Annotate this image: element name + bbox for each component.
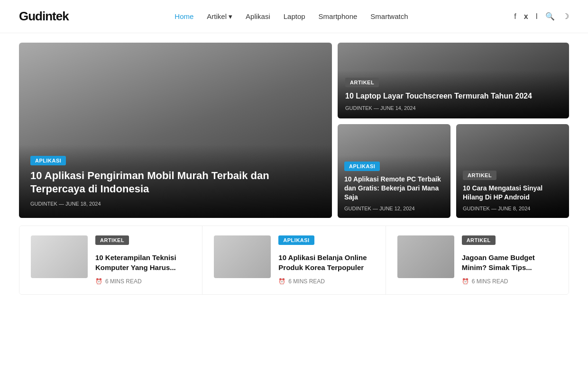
bottom-card-2-meta: ⏰ 6 MINS READ [462, 278, 557, 285]
site-logo[interactable]: Gudintek [19, 9, 69, 24]
bottom-row: ARTIKEL 10 Keterampilan Teknisi Komputer… [19, 226, 569, 295]
main-nav: Home Artikel ▾ Aplikasi Laptop Smartphon… [175, 12, 408, 21]
bottom-card-2-image [397, 235, 454, 278]
clock-icon-2: ⏰ [462, 278, 469, 285]
bottom-card-1-meta: ⏰ 6 MINS READ [278, 278, 374, 285]
bottom-left-title: 10 Aplikasi Remote PC Terbaik dan Gratis… [344, 175, 444, 202]
bottom-card-1-title: 10 Aplikasi Belanja Online Produk Korea … [278, 253, 374, 272]
top-right-badge: ARTIKEL [345, 78, 379, 87]
bottom-card-0-title: 10 Keterampilan Teknisi Komputer Yang Ha… [95, 253, 191, 272]
bottom-card-1-readtime: 6 MINS READ [288, 278, 325, 285]
bottom-left-badge: APLIKASI [344, 162, 380, 171]
top-right-meta: GUDINTEK — JUNE 14, 2024 [345, 105, 561, 111]
clock-icon-0: ⏰ [95, 278, 102, 285]
nav-artikel[interactable]: Artikel ▾ [207, 12, 232, 21]
header-icons: f x I 🔍 ☽ [514, 12, 569, 21]
bottom-card-0-badge: ARTIKEL [95, 235, 129, 245]
bottom-card-1-badge: APLIKASI [278, 235, 314, 245]
bottom-card-2-badge: ARTIKEL [462, 235, 496, 245]
bottom-card-2-title: Jagoan Game Budget Minim? Simak Tips... [462, 253, 557, 272]
bottom-card-0[interactable]: ARTIKEL 10 Keterampilan Teknisi Komputer… [19, 226, 202, 294]
dark-mode-icon[interactable]: ☽ [562, 12, 569, 21]
featured-section: APLIKASI 10 Aplikasi Pengiriman Mobil Mu… [19, 43, 569, 218]
bottom-right-meta: GUDINTEK — JUNE 8, 2024 [463, 206, 562, 211]
bottom-left-meta: GUDINTEK — JUNE 12, 2024 [344, 206, 444, 211]
featured-large-card[interactable]: APLIKASI 10 Aplikasi Pengiriman Mobil Mu… [19, 43, 332, 218]
featured-bottom-right-card[interactable]: ARTIKEL 10 Cara Mengatasi Sinyal Hilang … [456, 124, 569, 218]
nav-smartwatch[interactable]: Smartwatch [370, 12, 408, 20]
bottom-card-2-readtime: 6 MINS READ [472, 278, 508, 285]
featured-large-badge: APLIKASI [30, 156, 66, 165]
nav-aplikasi[interactable]: Aplikasi [246, 12, 270, 20]
featured-large-meta: GUDINTEK — JUNE 18, 2024 [30, 201, 321, 207]
bottom-right-title: 10 Cara Mengatasi Sinyal Hilang Di HP An… [463, 184, 562, 202]
bottom-card-0-readtime: 6 MINS READ [105, 278, 142, 285]
bottom-card-1-image [214, 235, 271, 278]
right-column: ARTIKEL 10 Laptop Layar Touchscreen Term… [338, 43, 569, 218]
bottom-two-cards: APLIKASI 10 Aplikasi Remote PC Terbaik d… [338, 124, 569, 218]
nav-laptop[interactable]: Laptop [284, 12, 305, 20]
bottom-card-1-content: APLIKASI 10 Aplikasi Belanja Online Prod… [278, 235, 374, 285]
twitter-x-icon[interactable]: x [524, 12, 528, 21]
nav-home[interactable]: Home [175, 12, 193, 20]
bottom-right-badge: ARTIKEL [463, 171, 496, 180]
facebook-icon[interactable]: f [514, 12, 516, 21]
nav-smartphone[interactable]: Smartphone [319, 12, 358, 20]
search-icon[interactable]: 🔍 [545, 12, 555, 21]
bottom-card-2-content: ARTIKEL Jagoan Game Budget Minim? Simak … [462, 235, 557, 285]
bottom-card-1[interactable]: APLIKASI 10 Aplikasi Belanja Online Prod… [202, 226, 386, 294]
instagram-icon[interactable]: I [536, 12, 538, 21]
bottom-card-2[interactable]: ARTIKEL Jagoan Game Budget Minim? Simak … [386, 226, 569, 294]
featured-bottom-left-card[interactable]: APLIKASI 10 Aplikasi Remote PC Terbaik d… [338, 124, 450, 218]
chevron-down-icon: ▾ [229, 12, 232, 21]
bottom-card-0-content: ARTIKEL 10 Keterampilan Teknisi Komputer… [95, 235, 191, 285]
bottom-card-0-meta: ⏰ 6 MINS READ [95, 278, 191, 285]
clock-icon-1: ⏰ [278, 278, 285, 285]
top-right-title: 10 Laptop Layar Touchscreen Termurah Tah… [345, 91, 561, 101]
featured-large-title: 10 Aplikasi Pengiriman Mobil Murah Terba… [30, 169, 321, 196]
featured-top-right-card[interactable]: ARTIKEL 10 Laptop Layar Touchscreen Term… [338, 43, 569, 118]
bottom-card-0-image [31, 235, 88, 278]
